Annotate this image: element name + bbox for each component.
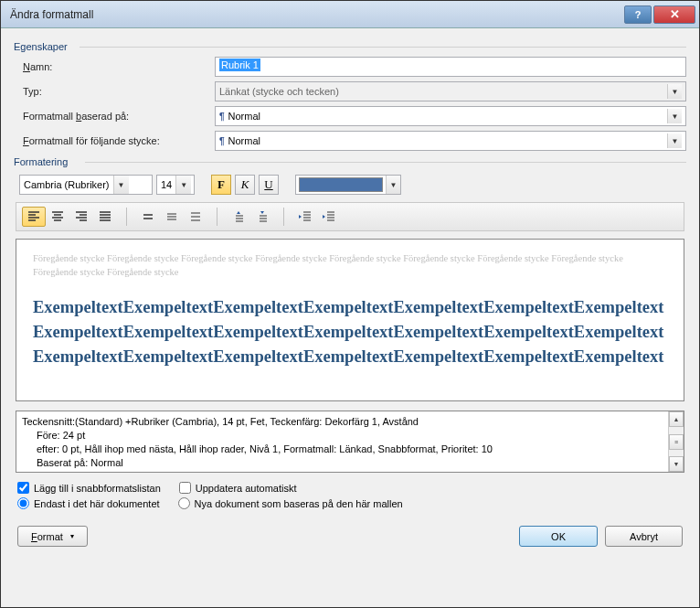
auto-update-checkbox[interactable]: Uppdatera automatiskt [179,482,297,494]
font-toolbar: Cambria (Rubriker) ▼ 14 ▼ F K U ▼ [19,175,686,195]
scroll-down-icon[interactable]: ▼ [669,456,684,472]
paragraph-toolbar [16,202,684,231]
font-color-dropdown[interactable]: ▼ [295,175,401,195]
bottom-buttons: Format OK Avbryt [17,526,683,547]
based-on-row: Formatmall baserad på: ¶Normal ▼ [23,106,686,126]
based-on-label: Formatmall baserad på: [23,111,215,122]
align-justify-button[interactable] [93,207,117,227]
preview-before: Föregående stycke Föregående stycke Före… [33,252,667,279]
format-button[interactable]: Format [17,526,88,547]
space-before-increase-button[interactable] [227,207,250,227]
add-quick-checkbox[interactable]: Lägg till i snabbformatslistan [17,482,161,494]
underline-button[interactable]: U [259,175,279,195]
this-document-radio[interactable]: Endast i det här dokumentet [17,497,160,509]
description-box: Teckensnitt:(Standard) +Rubriker (Cambri… [16,411,684,473]
bold-button[interactable]: F [211,175,231,195]
pilcrow-icon: ¶ [219,136,225,146]
scroll-thumb-icon[interactable]: ≡ [669,434,684,450]
type-row: Typ: Länkat (stycke och tecken) ▼ [23,81,686,101]
window-controls: ? ✕ [624,5,695,24]
align-left-button[interactable] [22,207,46,227]
following-dropdown[interactable]: ¶Normal ▼ [215,131,686,151]
line-spacing-1-button[interactable] [136,207,160,227]
type-label: Typ: [23,86,215,97]
preview-panel: Föregående stycke Föregående stycke Före… [16,239,684,401]
dropdown-arrow-icon: ▼ [667,133,682,148]
align-right-button[interactable] [69,207,93,227]
italic-button[interactable]: K [235,175,255,195]
decrease-indent-button[interactable] [293,207,317,227]
line-spacing-2-button[interactable] [184,207,207,227]
line-spacing-1-5-button[interactable] [160,207,184,227]
dropdown-arrow-icon: ▼ [667,84,682,99]
cancel-button[interactable]: Avbryt [605,526,683,547]
following-label: Formatmall för följande stycke: [23,135,215,146]
type-dropdown: Länkat (stycke och tecken) ▼ [215,81,686,101]
checkbox-row: Lägg till i snabbformatslistan Uppdatera… [17,482,683,494]
description-scrollbar[interactable]: ▲ ≡ ▼ [668,411,684,472]
close-button[interactable]: ✕ [653,5,695,24]
name-value: Rubrik 1 [219,59,260,71]
properties-group-label: Egenskaper [14,41,686,52]
radio-row: Endast i det här dokumentet Nya dokument… [17,497,683,509]
formatting-group-label: Formatering [14,156,686,167]
pilcrow-icon: ¶ [219,112,225,122]
new-documents-radio[interactable]: Nya dokument som baseras på den här mall… [178,497,403,509]
modify-style-dialog: Ändra formatmall ? ✕ Egenskaper Namn: Ru… [0,0,700,608]
titlebar: Ändra formatmall ? ✕ [1,1,699,28]
help-button[interactable]: ? [624,5,652,24]
name-label: Namn: [23,61,215,72]
space-before-decrease-button[interactable] [250,207,274,227]
color-swatch [299,177,383,192]
dropdown-arrow-icon: ▼ [667,109,682,123]
font-size-dropdown[interactable]: 14 ▼ [156,175,195,195]
description-text: Teckensnitt:(Standard) +Rubriker (Cambri… [16,411,668,472]
dropdown-arrow-icon: ▼ [113,176,129,194]
type-value: Länkat (stycke och tecken) [219,86,667,97]
font-name-dropdown[interactable]: Cambria (Rubriker) ▼ [19,175,153,195]
align-center-button[interactable] [46,207,69,227]
increase-indent-button[interactable] [317,207,341,227]
following-row: Formatmall för följande stycke: ¶Normal … [23,131,686,151]
dialog-content: Egenskaper Namn: Rubrik 1 Typ: Länkat (s… [1,28,699,554]
dropdown-arrow-icon: ▼ [386,176,400,194]
name-input[interactable]: Rubrik 1 [215,57,686,77]
based-on-dropdown[interactable]: ¶Normal ▼ [215,106,686,126]
dropdown-arrow-icon: ▼ [175,176,191,194]
window-title: Ändra formatmall [5,8,624,21]
name-row: Namn: Rubrik 1 [23,57,686,77]
based-on-value: ¶Normal [219,111,667,122]
following-value: ¶Normal [219,135,667,146]
preview-sample: ExempeltextExempeltextExempeltextExempel… [33,295,667,368]
ok-button[interactable]: OK [519,526,598,547]
scroll-up-icon[interactable]: ▲ [669,411,684,427]
